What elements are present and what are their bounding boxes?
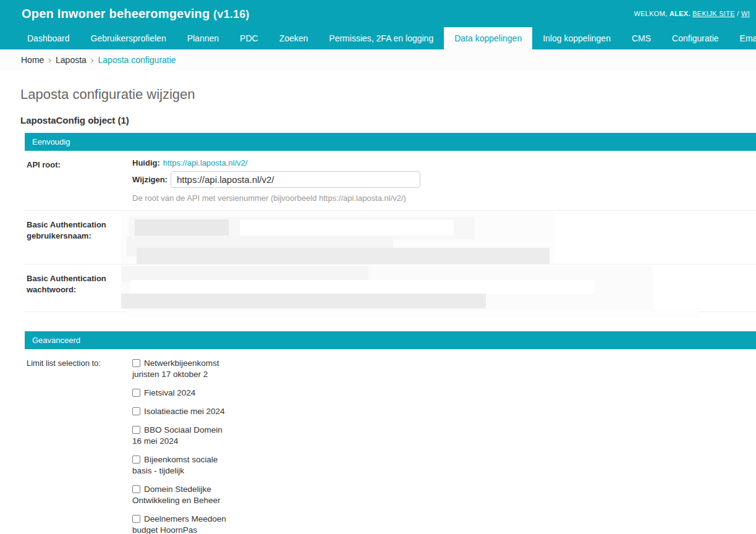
api-root-field: Huidig: https://api.laposta.nl/v2/ Wijzi… [132,158,749,203]
page-title: Laposta configuratie wijzigen [20,87,756,103]
limit-list-option[interactable]: Fietsival 2024 [132,388,230,399]
checkbox-icon[interactable] [132,485,140,493]
api-root-help-text: De root van de API met versienummer (bij… [132,193,749,203]
form-row-limit-list: Limit list selection to: Netwerkbijeenko… [25,349,756,534]
limit-list-option[interactable]: Bijeenkomst sociale basis - tijdelijk [132,454,230,477]
nav-tab-permissies-2fa-en-logging[interactable]: Permissies, 2FA en logging [318,27,444,49]
limit-list-option[interactable]: Domein Stedelijke Ontwikkeling en Beheer [132,484,230,506]
site-title-text: Open Inwoner beheeromgeving [22,7,210,20]
admin-page: Open Inwoner beheeromgeving (v1.16) WELK… [0,0,756,534]
user-tools: WELKOM, ALEX. BEKIJK SITE / WI [634,10,750,17]
header-top-bar: Open Inwoner beheeromgeving (v1.16) WELK… [0,0,756,27]
checkbox-icon[interactable] [132,456,140,464]
nav-tab-pdc[interactable]: PDC [229,27,269,49]
checkbox-icon[interactable] [132,426,140,434]
basic-auth-username-redacted-value [132,218,749,256]
limit-list-option[interactable]: Netwerkbijeenkomst juristen 17 oktober 2 [132,358,230,380]
basic-auth-password-label: Basic Authentication wachtwoord: [27,272,132,304]
breadcrumb-separator: › [91,55,94,65]
limit-list-option[interactable]: Deelnemers Meedoen budget HoornPas [132,514,230,534]
fieldset-geavanceerd-caption: Geavanceerd [25,331,756,349]
limit-list-label: Limit list selection to: [27,357,132,534]
current-value-label: Huidig: [132,158,160,167]
api-root-label: API root: [27,158,132,203]
nav-tab-emails[interactable]: Emails [729,27,756,49]
checkbox-icon[interactable] [132,407,140,415]
breadcrumb-home-link[interactable]: Home [21,55,44,65]
checkbox-icon[interactable] [132,389,140,397]
basic-auth-username-label: Basic Authentication gebruikersnaam: [27,218,132,256]
nav-tab-zoeken[interactable]: Zoeken [269,27,319,49]
nav-tab-configuratie[interactable]: Configuratie [661,27,729,49]
limit-list-options: Netwerkbijeenkomst juristen 17 oktober 2… [132,357,230,534]
fieldset-eenvoudig: Eenvoudig API root: Huidig: https://api.… [25,133,756,312]
limit-list-option[interactable]: Isolatieactie mei 2024 [132,406,230,417]
nav-tab-plannen[interactable]: Plannen [177,27,229,49]
limit-list-option[interactable]: BBO Sociaal Domein 16 mei 2024 [132,425,230,447]
nav-tab-cms[interactable]: CMS [621,27,661,49]
nav-tab-gebruikersprofielen[interactable]: Gebruikersprofielen [80,27,177,49]
api-root-input[interactable] [171,171,420,188]
nav-tab-dashboard[interactable]: Dashboard [17,27,80,49]
nav-tab-inlog-koppelingen[interactable]: Inlog koppelingen [532,27,621,49]
form-row-basic-auth-password: Basic Authentication wachtwoord: [25,265,756,312]
username: ALEX. [669,10,690,17]
breadcrumb-separator: › [48,55,51,65]
form-row-api-root: API root: Huidig: https://api.laposta.nl… [25,151,756,211]
change-value-label: Wijzigen: [132,175,168,184]
nav-tab-data-koppelingen[interactable]: Data koppelingen [444,27,532,49]
header: Open Inwoner beheeromgeving (v1.16) WELK… [0,0,756,49]
breadcrumb: Home›Laposta›Laposta configuratie [0,49,756,70]
form-row-basic-auth-username: Basic Authentication gebruikersnaam: [25,211,756,265]
breadcrumb-laposta-link[interactable]: Laposta [56,55,87,65]
user-tools-separator: / [737,10,739,17]
checkbox-icon[interactable] [132,359,140,367]
version-label: (v1.16) [213,8,249,20]
api-root-current-link[interactable]: https://api.laposta.nl/v2/ [163,158,248,167]
main-content: Laposta configuratie wijzigen LapostaCon… [0,70,756,534]
breadcrumb-current: Laposta configuratie [98,55,176,65]
object-title: LapostaConfig object (1) [20,115,756,125]
welcome-text: WELKOM, [634,10,667,17]
main-nav: DashboardGebruikersprofielenPlannenPDCZo… [0,27,756,49]
checkbox-icon[interactable] [132,515,140,523]
fieldset-geavanceerd: Geavanceerd Limit list selection to: Net… [25,331,756,534]
site-title: Open Inwoner beheeromgeving (v1.16) [22,7,250,21]
basic-auth-password-redacted-value [132,272,749,304]
fieldset-eenvoudig-caption: Eenvoudig [25,133,756,151]
view-site-link[interactable]: BEKIJK SITE [692,10,735,17]
truncated-user-link[interactable]: WI [741,10,750,17]
